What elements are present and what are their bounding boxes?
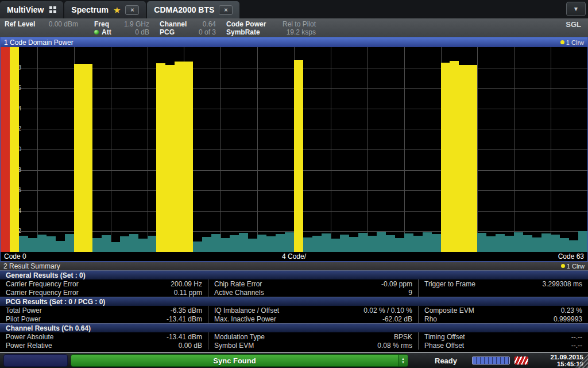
code-power-bar [220,238,230,252]
freq-value: 1.9 GHz [124,20,149,28]
code-power-bar [432,234,441,252]
trace-legend-label: 1 Clrw [566,39,584,46]
result-value: 0.11 ppm [174,289,208,297]
result-label: Chip Rate Error [208,280,262,288]
att-value: 0 dB [135,28,149,36]
code-power-bar [496,234,505,252]
sync-bar-stepper[interactable]: ▲▼ [398,355,408,366]
att-auto-led-icon [94,30,99,34]
date-text: 21.09.2015 [550,354,583,361]
code-power-bar [441,63,450,252]
code-power-bar [248,239,257,252]
result-value: -0.09 ppm [381,280,418,288]
code-power-bar [156,63,165,252]
code-power-bar [257,235,266,252]
single-sweep-badge: SGL [566,20,583,37]
channel-label: Channel [160,20,187,28]
result-label: Active Channels [208,289,264,297]
close-tab-icon[interactable]: × [125,5,139,15]
table-row: Carrier Frequency Error0.11 ppmActive Ch… [0,288,588,297]
table-row: Carrier Frequency Error200.09 HzChip Rat… [0,279,588,288]
code-power-bar [47,236,56,252]
sync-status-text: Sync Found [71,356,398,365]
tab-multiview[interactable]: MultiView [0,1,63,18]
section-header: General Results (Set : 0) [0,270,588,279]
code-power-bar [395,238,404,252]
result-value: 0.00 dB [179,342,208,350]
freq-att-fields[interactable]: Freq 1.9 GHz Att 0 dB [94,20,149,37]
result-summary-table: General Results (Set : 0)Carrier Frequen… [0,270,588,350]
code-power-bar [83,64,92,252]
code-power-bar [331,239,340,252]
code-power-bar [532,237,541,252]
code-power-bar [569,240,578,252]
channel-pcg-fields[interactable]: Channel 0.64 PCG 0 of 3 [160,20,216,37]
section-header: Channel Results (Ch 0.64) [0,323,588,332]
status-left-button[interactable] [3,354,68,367]
result-label: Composite EVM [419,306,474,315]
code-power-bar [1,47,10,252]
result-label: Max. Inactive Power [208,315,276,323]
att-label: Att [102,28,111,36]
window1-title-bar[interactable]: 1 Code Domain Power 1 Clrw [1,37,587,47]
result-value: -13.41 dBm [167,333,208,341]
status-bar: Sync Found ▲▼ Ready 21.09.2015 15:45:19 [0,352,588,368]
code-power-bar [19,236,28,252]
section-header: PCG Results (Set : 0 / PCG : 0) [0,297,588,306]
code-power-bar [294,60,303,252]
trace-legend[interactable]: 1 Clrw [560,39,584,46]
code-power-bar [404,233,413,252]
table-row: Pilot Power-13.41 dBmMax. Inactive Power… [0,315,588,323]
x-axis-scale-label: 4 Code/ [1,252,587,260]
status-flag-icon [514,356,528,365]
result-value: 3.299308 ms [543,280,588,288]
code-power-bar [65,234,74,252]
code-power-bar [266,236,276,252]
code-power-bar [358,233,368,252]
code-power-bar [468,65,477,252]
symbrate-label: SymbRate [226,28,260,36]
result-value: -13.41 dBm [167,315,208,323]
code-power-bar [138,239,148,252]
cdp-plot: -8-16-24-32-40-48-56-64-72 [1,47,587,252]
result-label: Pilot Power [0,315,41,323]
result-value: 9 [408,289,418,297]
code-power-bar [486,236,496,252]
instrument-state-text: Ready [435,356,457,365]
code-power-bar [28,238,37,252]
code-power-bar [377,232,386,252]
chevron-down-icon: ▼ [401,361,405,364]
code-power-bar [184,62,193,252]
channel-value: 0.64 [203,20,216,28]
code-power-bar [413,236,423,252]
code-power-bar [230,235,239,252]
ref-level-field[interactable]: Ref Level 0.00 dBm [5,20,78,37]
code-power-bar [322,233,331,252]
window2-title-bar[interactable]: 2 Result Summary 1 Clrw [0,262,588,270]
table-row: Total Power-6.35 dBmIQ Imbalance / Offse… [0,306,588,315]
code-power-bar [450,61,459,252]
code-power-bar [175,62,184,252]
code-power-bar [102,235,111,252]
code-power-bar [578,231,587,252]
trace-legend-label: 1 Clrw [567,263,585,270]
close-tab-icon[interactable]: × [219,5,233,15]
code-power-bar [423,232,432,252]
code-power-bar [541,233,551,252]
tab-cdma2000-bts[interactable]: CDMA2000 BTS × [147,1,239,18]
code-power-bar [111,242,120,252]
code-power-bar [193,241,202,252]
code-power-bar [56,241,65,252]
tab-bar: MultiView Spectrum ★ × CDMA2000 BTS × ▼ [0,0,588,18]
result-label: Carrier Frequency Error [0,280,79,288]
tab-spectrum[interactable]: Spectrum ★ × [64,1,146,18]
symbrate-value: 19.2 ksps [287,28,316,36]
pcg-label: PCG [160,28,175,36]
tab-overflow-button[interactable]: ▼ [566,2,586,16]
result-label: Trigger to Frame [419,280,475,288]
sync-status-indicator: Sync Found ▲▼ [71,354,408,367]
trace-legend[interactable]: 1 Clrw [561,263,585,270]
cdp-x-axis: Code 0 4 Code/ Code 63 [1,252,587,261]
code-power-symbrate-fields[interactable]: Code Power Rel to Pilot SymbRate 19.2 ks… [226,20,316,37]
trace-color-dot-icon [561,264,565,268]
